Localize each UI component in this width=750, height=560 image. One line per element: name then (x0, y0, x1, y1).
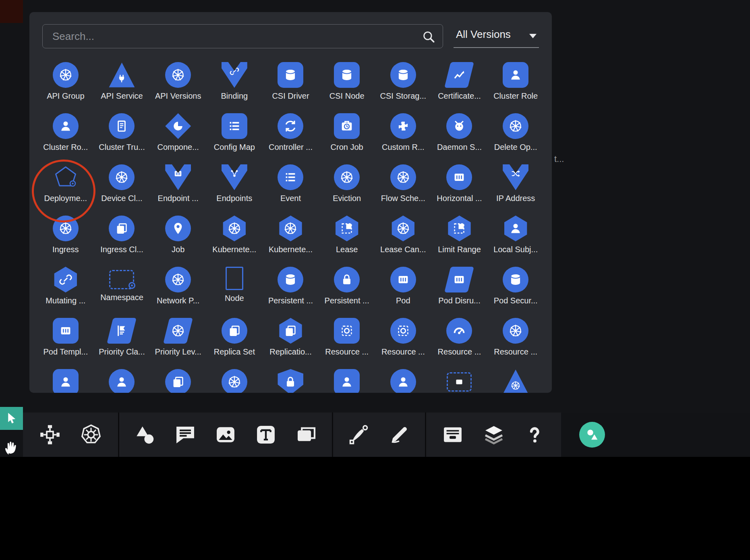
shape-library-item[interactable]: Kubernete... (206, 216, 263, 267)
shape-library-item[interactable]: Priority Lev... (150, 318, 206, 369)
search-input[interactable] (43, 25, 443, 48)
helm-icon (109, 164, 135, 190)
helm-icon (53, 62, 79, 88)
person-icon (390, 369, 416, 393)
shape-library-item[interactable]: Config Map (206, 113, 263, 164)
shape-library-item[interactable]: Pod Templ... (37, 318, 94, 369)
shape-library-item[interactable]: Delete Op... (487, 113, 544, 164)
shapes-icon (134, 423, 156, 446)
shape-library-item[interactable]: Resource ... (319, 318, 375, 369)
shape-library-item[interactable]: API Service (94, 62, 150, 113)
shape-library-item[interactable] (150, 369, 206, 393)
shape-library-item[interactable]: Resource ... (431, 318, 488, 369)
shape-library-item[interactable]: Ingress (37, 216, 94, 267)
shape-library-item[interactable]: Local Subj... (487, 216, 544, 267)
shape-library-item[interactable]: Custom R... (375, 113, 431, 164)
shape-library-item[interactable]: Binding (206, 62, 263, 113)
shape-library-item[interactable]: Compone... (150, 113, 206, 164)
pencil-tool[interactable] (385, 420, 414, 449)
shape-item-label: Event (280, 194, 301, 203)
db-icon (396, 68, 410, 82)
shape-library-item[interactable]: Namespace (94, 267, 150, 318)
shape-library-item[interactable]: Deployme... (37, 164, 94, 216)
shape-library-item[interactable] (206, 369, 263, 393)
shape-library-item[interactable]: Endpoint ... (150, 164, 206, 216)
shapes-tool[interactable] (131, 420, 160, 449)
version-filter-dropdown[interactable]: All Versions (454, 24, 539, 48)
shape-library-item[interactable]: Event (263, 164, 319, 216)
toolbar (23, 413, 561, 457)
shape-library-item[interactable]: Replicatio... (263, 318, 319, 369)
shape-library-item[interactable]: Priority Cla... (94, 318, 150, 369)
comment-tool[interactable] (171, 420, 200, 449)
shape-library-item[interactable]: Mutating ... (37, 267, 94, 318)
shape-library-item[interactable] (431, 369, 488, 393)
help-tool[interactable] (520, 420, 549, 449)
shape-library-item[interactable]: Pod Secur... (487, 267, 544, 318)
layers-tool[interactable] (479, 420, 508, 449)
shape-library-item[interactable]: Lease Can... (375, 216, 431, 267)
pan-tool[interactable] (1, 436, 22, 459)
connector-pen-tool[interactable] (344, 420, 373, 449)
shape-library-item[interactable]: Resource ... (487, 318, 544, 369)
card-icon (295, 423, 317, 446)
shape-library-item[interactable]: IP Address (487, 164, 544, 216)
shape-library-item[interactable]: Cluster Tru... (94, 113, 150, 164)
helm-icon (165, 62, 191, 88)
shape-library-item[interactable]: Pod (375, 267, 431, 318)
shape-library-item[interactable]: Flow Sche... (375, 164, 431, 216)
shape-library-item[interactable]: Node (206, 267, 263, 318)
shape-library-item[interactable]: Ingress Cl... (94, 216, 150, 267)
shape-item-label: Custom R... (382, 143, 425, 152)
shape-library-item[interactable]: Persistent ... (319, 267, 375, 318)
shape-item-label: IP Address (496, 194, 535, 203)
shape-library-item[interactable]: Controller ... (263, 113, 319, 164)
shape-library-item[interactable]: API Versions (150, 62, 206, 113)
modal-header: All Versions (42, 24, 539, 48)
shape-library-item[interactable]: Lease (319, 216, 375, 267)
style-button[interactable] (579, 422, 605, 448)
shape-item-label: Eviction (333, 194, 361, 203)
pod-icon (396, 272, 410, 287)
shape-library-item[interactable] (319, 369, 375, 393)
shape-library-item[interactable]: Cluster Ro... (37, 113, 94, 164)
shape-library-item[interactable]: CSI Node (319, 62, 375, 113)
shape-item-label: Pod (396, 296, 410, 305)
shape-library-item[interactable]: Cluster Role (487, 62, 544, 113)
shape-library-item[interactable]: Persistent ... (263, 267, 319, 318)
shape-library-item[interactable]: Endpoints (206, 164, 263, 216)
text-tool[interactable] (251, 420, 280, 449)
shape-library-item[interactable] (375, 369, 431, 393)
shape-library-item[interactable]: CSI Driver (263, 62, 319, 113)
shape-item-label: Priority Cla... (99, 347, 145, 357)
shape-library-item[interactable]: Network P... (150, 267, 206, 318)
shape-library-item[interactable] (94, 369, 150, 393)
card-tool[interactable] (292, 420, 321, 449)
archive-tool[interactable] (438, 420, 467, 449)
shape-library-item[interactable]: Cron Job (319, 113, 375, 164)
shape-library-item[interactable]: Eviction (319, 164, 375, 216)
shape-library-item[interactable]: Resource ... (375, 318, 431, 369)
shape-library-item[interactable]: Kubernete... (263, 216, 319, 267)
shape-library-item[interactable]: Limit Range (431, 216, 488, 267)
shape-library-item[interactable]: Certificate... (431, 62, 488, 113)
doc-icon (114, 119, 129, 133)
select-tool[interactable] (0, 407, 23, 430)
shape-library-item[interactable]: Job (150, 216, 206, 267)
kubernetes-tool[interactable] (77, 420, 106, 449)
helm-icon (171, 272, 185, 287)
shape-library-item[interactable]: API Group (37, 62, 94, 113)
shape-library-item[interactable]: CSI Storag... (375, 62, 431, 113)
shape-library-item[interactable]: Pod Disru... (431, 267, 488, 318)
shape-library-item[interactable]: Horizontal ... (431, 164, 488, 216)
shape-library-item[interactable] (487, 369, 544, 393)
diagram-tool[interactable] (35, 420, 64, 449)
shape-library-item[interactable]: Daemon S... (431, 113, 488, 164)
shape-library-item[interactable]: Device Cl... (94, 164, 150, 216)
toolbar-group (333, 413, 425, 457)
shape-library-item[interactable] (263, 369, 319, 393)
shape-library-item[interactable]: Replica Set (206, 318, 263, 369)
helm-icon (396, 221, 410, 236)
shape-library-item[interactable] (37, 369, 94, 393)
image-tool[interactable] (211, 420, 240, 449)
